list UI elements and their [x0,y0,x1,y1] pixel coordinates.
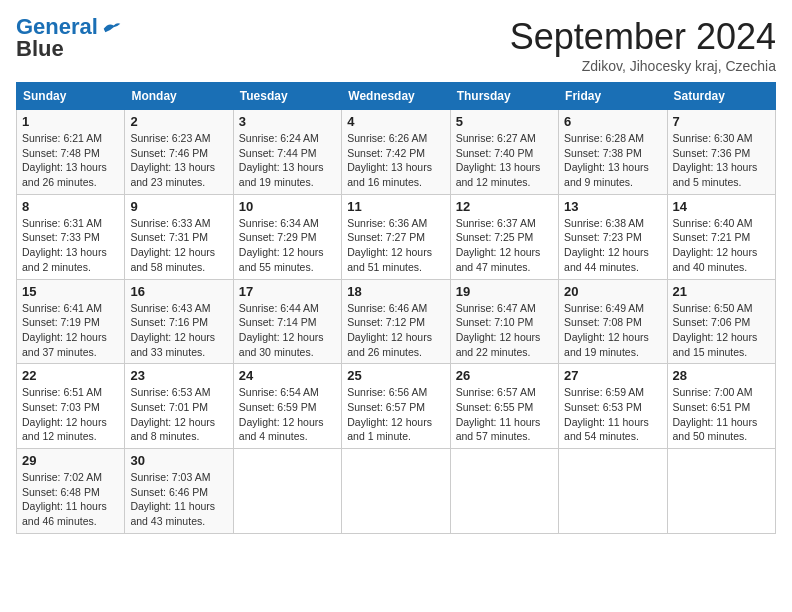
day-number: 2 [130,114,227,129]
empty-cell [559,449,667,534]
calendar-day-29: 29Sunrise: 7:02 AM Sunset: 6:48 PM Dayli… [17,449,125,534]
calendar-day-9: 9Sunrise: 6:33 AM Sunset: 7:31 PM Daylig… [125,194,233,279]
calendar-day-5: 5Sunrise: 6:27 AM Sunset: 7:40 PM Daylig… [450,110,558,195]
day-number: 7 [673,114,770,129]
day-number: 28 [673,368,770,383]
day-info: Sunrise: 6:33 AM Sunset: 7:31 PM Dayligh… [130,216,227,275]
day-number: 17 [239,284,336,299]
day-number: 9 [130,199,227,214]
day-number: 24 [239,368,336,383]
logo-bird-icon [102,20,122,36]
calendar-week-3: 15Sunrise: 6:41 AM Sunset: 7:19 PM Dayli… [17,279,776,364]
calendar-week-4: 22Sunrise: 6:51 AM Sunset: 7:03 PM Dayli… [17,364,776,449]
calendar-day-3: 3Sunrise: 6:24 AM Sunset: 7:44 PM Daylig… [233,110,341,195]
day-number: 25 [347,368,444,383]
calendar-day-4: 4Sunrise: 6:26 AM Sunset: 7:42 PM Daylig… [342,110,450,195]
calendar-week-1: 1Sunrise: 6:21 AM Sunset: 7:48 PM Daylig… [17,110,776,195]
day-info: Sunrise: 6:40 AM Sunset: 7:21 PM Dayligh… [673,216,770,275]
day-number: 13 [564,199,661,214]
day-number: 22 [22,368,119,383]
month-title: September 2024 [510,16,776,58]
logo: General Blue [16,16,122,60]
calendar-week-5: 29Sunrise: 7:02 AM Sunset: 6:48 PM Dayli… [17,449,776,534]
weekday-header-friday: Friday [559,83,667,110]
day-number: 1 [22,114,119,129]
calendar-day-8: 8Sunrise: 6:31 AM Sunset: 7:33 PM Daylig… [17,194,125,279]
weekday-header-monday: Monday [125,83,233,110]
day-info: Sunrise: 6:34 AM Sunset: 7:29 PM Dayligh… [239,216,336,275]
weekday-header-wednesday: Wednesday [342,83,450,110]
day-number: 8 [22,199,119,214]
calendar-day-7: 7Sunrise: 6:30 AM Sunset: 7:36 PM Daylig… [667,110,775,195]
calendar-day-30: 30Sunrise: 7:03 AM Sunset: 6:46 PM Dayli… [125,449,233,534]
day-info: Sunrise: 6:43 AM Sunset: 7:16 PM Dayligh… [130,301,227,360]
day-info: Sunrise: 6:51 AM Sunset: 7:03 PM Dayligh… [22,385,119,444]
empty-cell [450,449,558,534]
day-info: Sunrise: 6:44 AM Sunset: 7:14 PM Dayligh… [239,301,336,360]
day-number: 16 [130,284,227,299]
day-number: 5 [456,114,553,129]
calendar-day-2: 2Sunrise: 6:23 AM Sunset: 7:46 PM Daylig… [125,110,233,195]
day-number: 11 [347,199,444,214]
day-info: Sunrise: 6:56 AM Sunset: 6:57 PM Dayligh… [347,385,444,444]
day-info: Sunrise: 6:31 AM Sunset: 7:33 PM Dayligh… [22,216,119,275]
logo-text: General Blue [16,16,98,60]
day-info: Sunrise: 6:28 AM Sunset: 7:38 PM Dayligh… [564,131,661,190]
day-number: 30 [130,453,227,468]
calendar-day-21: 21Sunrise: 6:50 AM Sunset: 7:06 PM Dayli… [667,279,775,364]
calendar-day-16: 16Sunrise: 6:43 AM Sunset: 7:16 PM Dayli… [125,279,233,364]
day-info: Sunrise: 7:03 AM Sunset: 6:46 PM Dayligh… [130,470,227,529]
weekday-header-thursday: Thursday [450,83,558,110]
day-info: Sunrise: 6:47 AM Sunset: 7:10 PM Dayligh… [456,301,553,360]
calendar-day-10: 10Sunrise: 6:34 AM Sunset: 7:29 PM Dayli… [233,194,341,279]
day-number: 18 [347,284,444,299]
day-number: 26 [456,368,553,383]
calendar-day-18: 18Sunrise: 6:46 AM Sunset: 7:12 PM Dayli… [342,279,450,364]
weekday-header-row: SundayMondayTuesdayWednesdayThursdayFrid… [17,83,776,110]
calendar-day-14: 14Sunrise: 6:40 AM Sunset: 7:21 PM Dayli… [667,194,775,279]
day-info: Sunrise: 6:37 AM Sunset: 7:25 PM Dayligh… [456,216,553,275]
calendar-day-24: 24Sunrise: 6:54 AM Sunset: 6:59 PM Dayli… [233,364,341,449]
day-info: Sunrise: 6:50 AM Sunset: 7:06 PM Dayligh… [673,301,770,360]
calendar-day-13: 13Sunrise: 6:38 AM Sunset: 7:23 PM Dayli… [559,194,667,279]
calendar-day-27: 27Sunrise: 6:59 AM Sunset: 6:53 PM Dayli… [559,364,667,449]
weekday-header-tuesday: Tuesday [233,83,341,110]
day-info: Sunrise: 6:57 AM Sunset: 6:55 PM Dayligh… [456,385,553,444]
day-info: Sunrise: 6:36 AM Sunset: 7:27 PM Dayligh… [347,216,444,275]
day-info: Sunrise: 6:24 AM Sunset: 7:44 PM Dayligh… [239,131,336,190]
day-number: 10 [239,199,336,214]
day-info: Sunrise: 6:41 AM Sunset: 7:19 PM Dayligh… [22,301,119,360]
page-header: General Blue September 2024 Zdikov, Jiho… [16,16,776,74]
day-number: 21 [673,284,770,299]
calendar-day-25: 25Sunrise: 6:56 AM Sunset: 6:57 PM Dayli… [342,364,450,449]
day-number: 4 [347,114,444,129]
calendar-day-26: 26Sunrise: 6:57 AM Sunset: 6:55 PM Dayli… [450,364,558,449]
day-number: 20 [564,284,661,299]
calendar-table: SundayMondayTuesdayWednesdayThursdayFrid… [16,82,776,534]
calendar-day-12: 12Sunrise: 6:37 AM Sunset: 7:25 PM Dayli… [450,194,558,279]
calendar-day-22: 22Sunrise: 6:51 AM Sunset: 7:03 PM Dayli… [17,364,125,449]
calendar-day-15: 15Sunrise: 6:41 AM Sunset: 7:19 PM Dayli… [17,279,125,364]
day-info: Sunrise: 6:21 AM Sunset: 7:48 PM Dayligh… [22,131,119,190]
day-info: Sunrise: 6:38 AM Sunset: 7:23 PM Dayligh… [564,216,661,275]
empty-cell [342,449,450,534]
empty-cell [233,449,341,534]
day-number: 14 [673,199,770,214]
calendar-day-19: 19Sunrise: 6:47 AM Sunset: 7:10 PM Dayli… [450,279,558,364]
weekday-header-sunday: Sunday [17,83,125,110]
day-info: Sunrise: 6:59 AM Sunset: 6:53 PM Dayligh… [564,385,661,444]
empty-cell [667,449,775,534]
day-number: 3 [239,114,336,129]
calendar-day-17: 17Sunrise: 6:44 AM Sunset: 7:14 PM Dayli… [233,279,341,364]
day-number: 12 [456,199,553,214]
day-number: 15 [22,284,119,299]
day-info: Sunrise: 6:46 AM Sunset: 7:12 PM Dayligh… [347,301,444,360]
day-info: Sunrise: 6:53 AM Sunset: 7:01 PM Dayligh… [130,385,227,444]
calendar-day-11: 11Sunrise: 6:36 AM Sunset: 7:27 PM Dayli… [342,194,450,279]
title-block: September 2024 Zdikov, Jihocesky kraj, C… [510,16,776,74]
location-subtitle: Zdikov, Jihocesky kraj, Czechia [510,58,776,74]
day-info: Sunrise: 6:49 AM Sunset: 7:08 PM Dayligh… [564,301,661,360]
day-info: Sunrise: 6:54 AM Sunset: 6:59 PM Dayligh… [239,385,336,444]
day-info: Sunrise: 6:30 AM Sunset: 7:36 PM Dayligh… [673,131,770,190]
day-info: Sunrise: 6:26 AM Sunset: 7:42 PM Dayligh… [347,131,444,190]
